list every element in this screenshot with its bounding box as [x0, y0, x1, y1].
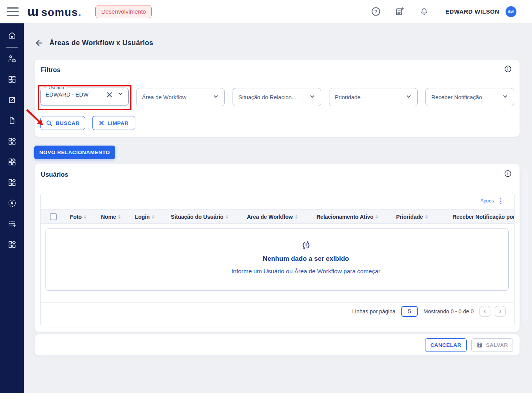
dashboard-icon[interactable] — [8, 75, 16, 84]
limpar-button[interactable]: LIMPAR — [92, 116, 135, 130]
footer-actions-card: CANCELAR SALVAR — [34, 334, 520, 356]
novo-relacionamento-button[interactable]: NOVO RELACIONAMENTO — [34, 146, 115, 159]
empty-state-box: Nenhum dado a ser exibido Informe um Usu… — [46, 229, 509, 291]
column-header-checkbox — [41, 213, 66, 220]
acoes-menu[interactable]: Ações — [480, 198, 494, 204]
menu-icon[interactable] — [7, 7, 19, 16]
sort-icon[interactable] — [295, 215, 298, 219]
app-header: ɯsomus. Desenvolvimento ? EDWARD WILSON … — [0, 0, 532, 23]
sort-icon[interactable] — [152, 215, 154, 219]
filters-title: Filtros — [41, 66, 60, 74]
sync-problem-icon — [301, 241, 311, 250]
salvar-label: SALVAR — [486, 342, 508, 348]
previous-page-button[interactable] — [480, 306, 490, 317]
column-label: Nome — [101, 214, 116, 220]
info-icon[interactable] — [504, 170, 512, 178]
external-link-icon[interactable] — [8, 96, 16, 104]
salvar-button[interactable]: SALVAR — [471, 338, 513, 352]
column-label: Receber Notificação por — [452, 214, 514, 220]
filter-area-workflow-select[interactable]: Área de Workflow — [136, 88, 225, 106]
logo-dot: . — [78, 7, 81, 18]
sort-icon[interactable] — [425, 215, 428, 219]
kebab-menu-icon[interactable]: ⋮ — [497, 198, 504, 204]
logo-mark: ɯ — [27, 5, 38, 18]
scrollbar-thumb[interactable] — [522, 167, 528, 323]
table-header-row: Foto Nome Login Situação do Usuário Área… — [41, 209, 514, 224]
sidebar-divider — [6, 47, 18, 47]
users-card: Usuários Ações ⋮ Foto Nome Login Situaçã… — [34, 164, 520, 332]
empty-state-title: Nenhum dado a ser exibido — [75, 255, 514, 263]
column-header-receber-notificacao[interactable]: Receber Notificação por — [433, 214, 514, 220]
column-header-foto[interactable]: Foto — [66, 214, 91, 220]
note-add-icon[interactable] — [395, 7, 405, 17]
rows-per-page-label: Linhas por página — [352, 308, 396, 315]
usuario-filter-field[interactable]: Usuário EDWARD - EDW — [40, 85, 129, 106]
empty-state-subtitle: Informe um Usuário ou Área de Workflow p… — [75, 268, 514, 275]
pagination-divider — [41, 302, 514, 303]
users-title: Usuários — [41, 171, 68, 178]
sort-icon[interactable] — [84, 215, 86, 219]
page-title-row: Áreas de Workflow x Usuários — [34, 38, 153, 47]
home-icon[interactable] — [8, 31, 16, 40]
bell-icon[interactable] — [419, 7, 429, 17]
table-actions-row: Ações ⋮ — [41, 192, 514, 209]
filter-situacao-select[interactable]: Situação do Relacion... — [233, 88, 321, 106]
usuario-field-value: EDWARD - EDW — [46, 91, 105, 98]
user-home-icon[interactable] — [8, 54, 16, 63]
page-title: Áreas de Workflow x Usuários — [49, 39, 153, 47]
widgets-icon[interactable] — [8, 158, 16, 166]
buscar-button[interactable]: BUSCAR — [40, 116, 85, 130]
widgets-icon[interactable] — [8, 240, 16, 249]
sort-icon[interactable] — [226, 215, 228, 219]
column-label: Relacionamento Ativo — [317, 214, 374, 220]
filter-label: Prioridade — [335, 94, 406, 100]
environment-badge: Desenvolvimento — [95, 5, 152, 18]
search-icon — [46, 120, 52, 127]
chevron-right-icon — [498, 309, 502, 314]
document-icon[interactable] — [8, 116, 16, 125]
sidebar-nav — [0, 23, 24, 393]
chevron-down-icon[interactable] — [117, 91, 124, 98]
back-arrow-icon[interactable] — [34, 38, 44, 47]
svg-text:?: ? — [374, 9, 377, 14]
column-label: Login — [135, 214, 150, 220]
help-icon[interactable]: ? — [371, 7, 381, 17]
showing-count-label: Mostrando 0 - 0 de 0 — [424, 308, 474, 315]
user-name: EDWARD WILSON — [445, 8, 499, 15]
chevron-left-icon — [483, 309, 487, 314]
column-label: Foto — [70, 214, 82, 220]
filter-receber-notificacao-select[interactable]: Receber Notificação — [425, 88, 514, 106]
info-icon[interactable] — [504, 65, 512, 73]
filter-prioridade-select[interactable]: Prioridade — [329, 88, 418, 106]
select-all-checkbox[interactable] — [50, 213, 57, 220]
column-header-relacionamento[interactable]: Relacionamento Ativo — [304, 214, 391, 220]
close-icon — [99, 120, 104, 126]
filter-label: Área de Workflow — [142, 94, 213, 100]
column-header-area-workflow[interactable]: Área de Workflow — [241, 214, 304, 220]
filter-label: Situação do Relacion... — [238, 94, 309, 100]
column-label: Área de Workflow — [247, 214, 293, 220]
filter-label: Receber Notificação — [431, 94, 502, 100]
next-page-button[interactable] — [495, 306, 506, 317]
location-icon[interactable] — [8, 199, 16, 207]
widgets-icon[interactable] — [8, 137, 16, 146]
column-header-login[interactable]: Login — [131, 214, 158, 220]
rows-per-page-input[interactable] — [401, 306, 418, 317]
column-label: Situação do Usuário — [171, 214, 223, 220]
chevron-down-icon — [213, 93, 219, 101]
playlist-add-icon[interactable] — [8, 220, 16, 228]
clear-icon[interactable] — [105, 90, 114, 99]
logo-word: somus — [41, 7, 78, 18]
column-header-nome[interactable]: Nome — [91, 214, 131, 220]
buscar-label: BUSCAR — [56, 120, 79, 126]
app-body: Áreas de Workflow x Usuários Filtros Usu… — [0, 23, 532, 393]
users-table: Ações ⋮ Foto Nome Login Situação do Usuá… — [40, 192, 514, 327]
column-header-situacao[interactable]: Situação do Usuário — [158, 214, 241, 220]
avatar[interactable]: EW — [506, 6, 516, 17]
column-header-prioridade[interactable]: Prioridade — [391, 214, 433, 220]
main-content: Áreas de Workflow x Usuários Filtros Usu… — [24, 23, 532, 393]
sort-icon[interactable] — [376, 215, 378, 219]
cancelar-button[interactable]: CANCELAR — [425, 338, 467, 352]
widgets-icon[interactable] — [8, 178, 16, 187]
sort-icon[interactable] — [118, 215, 121, 219]
